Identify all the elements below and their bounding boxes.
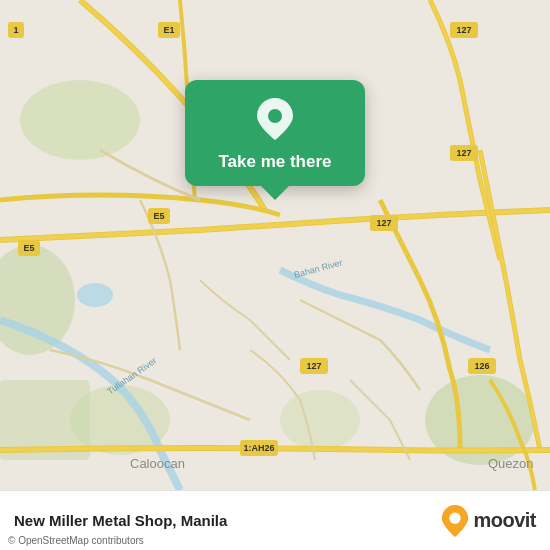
copyright-text: © OpenStreetMap contributors [8,535,144,546]
svg-point-32 [268,109,282,123]
map-popup[interactable]: Take me there [185,80,365,186]
svg-text:E5: E5 [153,211,164,221]
svg-text:Quezon: Quezon [488,456,534,471]
svg-point-33 [450,512,461,523]
svg-text:127: 127 [376,218,391,228]
location-title: New Miller Metal Shop, Manila [14,512,441,529]
svg-text:127: 127 [456,148,471,158]
svg-text:1: 1 [13,25,18,35]
svg-point-5 [280,390,360,450]
svg-point-1 [20,80,140,160]
moovit-pin-icon [441,505,469,537]
moovit-logo: moovit [441,505,536,537]
location-pin-icon [257,98,293,144]
svg-text:1:AH26: 1:AH26 [243,443,274,453]
svg-text:127: 127 [456,25,471,35]
map-container: E1 E5 E5 127 127 127 127 126 1:AH26 1 Tu… [0,0,550,490]
moovit-brand-text: moovit [473,509,536,532]
take-me-there-label[interactable]: Take me there [218,152,331,172]
svg-text:126: 126 [474,361,489,371]
svg-text:E1: E1 [163,25,174,35]
svg-text:Caloocan: Caloocan [130,456,185,471]
svg-point-7 [77,283,113,307]
svg-text:127: 127 [306,361,321,371]
bottom-bar: New Miller Metal Shop, Manila moovit © O… [0,490,550,550]
svg-text:E5: E5 [23,243,34,253]
